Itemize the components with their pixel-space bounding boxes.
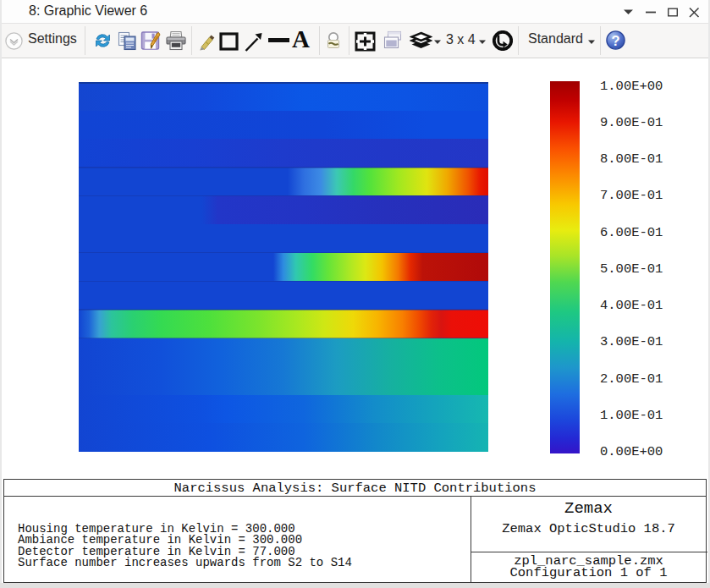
svg-text:?: ? bbox=[611, 33, 619, 48]
